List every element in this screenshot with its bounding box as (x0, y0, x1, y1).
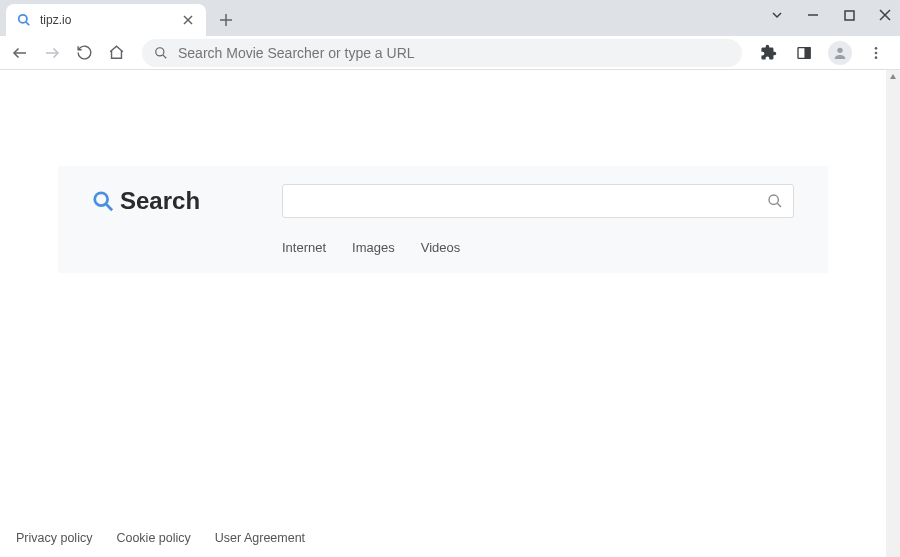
profile-avatar[interactable] (828, 41, 852, 65)
menu-icon[interactable] (864, 41, 888, 65)
page-footer: Privacy policy Cookie policy User Agreem… (0, 519, 886, 557)
page-viewport: Search Internet Images Videos Privacy po… (0, 70, 900, 557)
svg-point-22 (95, 193, 108, 206)
reload-button[interactable] (72, 41, 96, 65)
minimize-button[interactable] (804, 6, 822, 24)
svg-rect-7 (845, 11, 854, 20)
tab-internet[interactable]: Internet (282, 240, 326, 255)
window-titlebar: tipz.io (0, 0, 900, 36)
close-tab-button[interactable] (180, 12, 196, 28)
new-tab-button[interactable] (212, 6, 240, 34)
search-box[interactable] (282, 184, 794, 218)
footer-link-user-agreement[interactable]: User Agreement (215, 531, 305, 545)
svg-point-19 (875, 51, 878, 54)
search-category-tabs: Internet Images Videos (282, 240, 794, 255)
svg-marker-21 (890, 74, 896, 79)
close-window-button[interactable] (876, 6, 894, 24)
side-panel-icon[interactable] (792, 41, 816, 65)
svg-point-24 (769, 195, 778, 204)
tab-title: tipz.io (40, 13, 172, 27)
svg-line-25 (777, 203, 781, 207)
extensions-icon[interactable] (756, 41, 780, 65)
search-icon (154, 46, 168, 60)
browser-toolbar (0, 36, 900, 70)
svg-point-20 (875, 56, 878, 59)
search-submit-icon[interactable] (767, 193, 783, 209)
svg-line-13 (163, 55, 166, 58)
tab-images[interactable]: Images (352, 240, 395, 255)
scroll-up-arrow-icon[interactable] (888, 72, 898, 82)
svg-point-0 (19, 15, 27, 23)
magnifier-icon (92, 190, 114, 212)
tab-videos[interactable]: Videos (421, 240, 461, 255)
svg-line-1 (26, 22, 29, 25)
svg-line-23 (106, 204, 112, 210)
maximize-button[interactable] (840, 6, 858, 24)
chevron-down-icon[interactable] (768, 6, 786, 24)
omnibox[interactable] (142, 39, 742, 67)
search-brand: Search (92, 187, 262, 215)
page-content: Search Internet Images Videos Privacy po… (0, 70, 900, 557)
svg-point-17 (837, 47, 842, 52)
svg-point-18 (875, 47, 878, 50)
footer-link-cookie[interactable]: Cookie policy (116, 531, 190, 545)
browser-tab[interactable]: tipz.io (6, 4, 206, 36)
search-panel: Search Internet Images Videos (58, 166, 828, 273)
omnibox-input[interactable] (178, 45, 730, 61)
svg-rect-16 (805, 47, 810, 58)
forward-button[interactable] (40, 41, 64, 65)
svg-point-12 (156, 47, 164, 55)
vertical-scrollbar[interactable] (886, 70, 900, 557)
footer-link-privacy[interactable]: Privacy policy (16, 531, 92, 545)
magnifier-icon (16, 12, 32, 28)
home-button[interactable] (104, 41, 128, 65)
window-controls (768, 6, 894, 24)
back-button[interactable] (8, 41, 32, 65)
search-input[interactable] (293, 193, 767, 209)
brand-label: Search (120, 187, 200, 215)
toolbar-icons (756, 41, 888, 65)
